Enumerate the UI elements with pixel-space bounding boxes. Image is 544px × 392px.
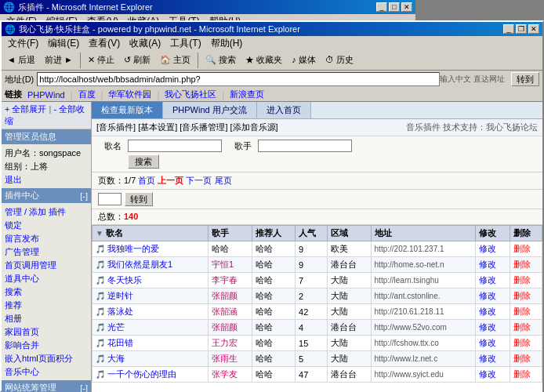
sidebar-logout[interactable]: 退出: [5, 173, 88, 187]
tab-enter-home[interactable]: 进入首页: [257, 102, 311, 118]
tab-phpwind-comm[interactable]: PHPWind 用户交流: [163, 102, 257, 118]
links-baidu[interactable]: 百度: [76, 88, 98, 101]
links-huajun[interactable]: 华军软件园: [106, 88, 154, 101]
refresh-btn[interactable]: ↺ 刷新: [120, 52, 154, 69]
plugin-merge-link[interactable]: 影响合并: [5, 339, 88, 352]
menu2-file[interactable]: 文件(F): [3, 36, 43, 51]
col-popularity[interactable]: 人气: [296, 226, 328, 241]
plugin-ad-link[interactable]: 广告管理: [5, 245, 88, 259]
singer-link[interactable]: 哈哈: [212, 244, 229, 253]
minimize-btn[interactable]: _: [376, 2, 387, 12]
stop-btn[interactable]: ✕ 停止: [84, 52, 118, 69]
restore-btn2[interactable]: ❐: [516, 24, 527, 34]
menu2-fav[interactable]: 收藏(A): [125, 36, 165, 51]
song-input[interactable]: [128, 140, 222, 152]
song-link[interactable]: 大海: [107, 354, 125, 363]
song-link[interactable]: 冬天快乐: [107, 275, 142, 285]
delete-link[interactable]: 删除: [513, 369, 531, 379]
back-btn[interactable]: ◄ 后退: [3, 52, 39, 69]
delete-link[interactable]: 删除: [513, 244, 531, 253]
plugin-search-link[interactable]: 搜索: [5, 285, 88, 299]
sidebar-site-controls[interactable]: [-]: [80, 383, 88, 393]
menu2-help[interactable]: 帮助(H): [206, 36, 248, 51]
delete-link[interactable]: 删除: [513, 307, 531, 316]
menu2-view[interactable]: 查看(V): [84, 36, 125, 51]
page-next[interactable]: 下一页: [186, 176, 212, 185]
page-first[interactable]: 首页: [138, 176, 155, 185]
col-recommender[interactable]: 推荐人: [252, 226, 296, 241]
singer-input[interactable]: [258, 140, 352, 152]
singer-link[interactable]: 张雨生: [212, 354, 238, 363]
plugin-html-link[interactable]: 嵌入html页面积分: [5, 352, 88, 365]
close-btn[interactable]: ✕: [401, 2, 412, 12]
edit-link[interactable]: 修改: [479, 338, 496, 347]
song-link[interactable]: 逆时针: [107, 291, 133, 300]
edit-link[interactable]: 修改: [479, 260, 496, 269]
col-singer[interactable]: 歌手: [209, 226, 252, 241]
jump-input[interactable]: [98, 193, 121, 205]
edit-link[interactable]: 修改: [479, 369, 496, 379]
go-button[interactable]: 转到: [511, 72, 539, 86]
song-link[interactable]: 我们依然是朋友1: [107, 260, 172, 269]
sidebar-plugin-controls[interactable]: [-]: [80, 191, 88, 201]
col-region[interactable]: 区域: [328, 226, 372, 241]
close-btn2[interactable]: ✕: [528, 24, 539, 34]
plugin-homepage-link[interactable]: 首页调用管理: [5, 259, 88, 272]
page-last[interactable]: 尾页: [215, 176, 232, 185]
singer-link[interactable]: 张韶涵: [212, 307, 238, 316]
forward-btn[interactable]: 前进 ►: [41, 52, 77, 69]
delete-link[interactable]: 删除: [513, 260, 531, 269]
minimize-btn2[interactable]: _: [503, 24, 514, 34]
links-xinlang[interactable]: 新浪查页: [227, 88, 267, 101]
edit-link[interactable]: 修改: [479, 354, 496, 363]
delete-link[interactable]: 删除: [513, 291, 531, 300]
browser1-controls[interactable]: _ □ ✕: [376, 2, 412, 12]
delete-link[interactable]: 删除: [513, 354, 531, 363]
edit-link[interactable]: 修改: [479, 322, 496, 332]
favorites-btn[interactable]: ★ 收藏夹: [241, 52, 286, 69]
plugin-music-link[interactable]: 音乐中心: [5, 365, 88, 379]
song-link[interactable]: 我独唯一的爱: [107, 244, 159, 253]
delete-link[interactable]: 删除: [513, 338, 531, 347]
singer-link[interactable]: 张韶颜: [212, 322, 238, 332]
plugin-album-link[interactable]: 相册: [5, 312, 88, 325]
menu2-edit[interactable]: 编辑(E): [43, 36, 84, 51]
song-link[interactable]: 花田错: [107, 338, 133, 347]
song-link[interactable]: 光芒: [107, 322, 125, 332]
search-button[interactable]: 搜索: [128, 154, 159, 169]
media-btn[interactable]: ♪ 媒体: [288, 52, 320, 69]
delete-link[interactable]: 删除: [513, 322, 531, 332]
singer-link[interactable]: 宇恒1: [212, 260, 234, 269]
search-toolbar-btn[interactable]: 🔍 搜索: [201, 52, 240, 69]
singer-link[interactable]: 王力宏: [212, 338, 238, 347]
maximize-btn[interactable]: □: [389, 2, 400, 12]
edit-link[interactable]: 修改: [479, 275, 496, 285]
browser2-controls[interactable]: _ ❐ ✕: [503, 24, 539, 34]
expand-all-link[interactable]: + 全部展开: [5, 104, 46, 114]
menu2-tools[interactable]: 工具(T): [165, 36, 205, 51]
singer-link[interactable]: 李宇春: [212, 275, 238, 285]
edit-link[interactable]: 修改: [479, 291, 496, 300]
song-link[interactable]: 一千个伤心的理由: [107, 369, 176, 379]
jump-button[interactable]: 转到: [125, 192, 153, 206]
home-btn[interactable]: 🏠 主页: [156, 52, 194, 69]
plugin-lock-link[interactable]: 锁定: [5, 219, 88, 232]
song-link[interactable]: 落泳处: [107, 307, 133, 316]
plugin-manage-link[interactable]: 管理 / 添加 插件: [5, 205, 88, 219]
tab-check-version[interactable]: 检查最新版本: [92, 102, 163, 118]
col-url[interactable]: 地址: [371, 226, 476, 241]
links-phpwind[interactable]: PHPWind: [25, 89, 67, 100]
address-input[interactable]: [37, 72, 440, 86]
history-btn[interactable]: ⏱ 历史: [321, 52, 357, 69]
col-song[interactable]: ▼ 歌名: [92, 226, 209, 241]
plugin-tool-link[interactable]: 道具中心: [5, 272, 88, 285]
edit-link[interactable]: 修改: [479, 307, 496, 316]
plugin-garden-link[interactable]: 家园首页: [5, 325, 88, 339]
delete-link[interactable]: 删除: [513, 275, 531, 285]
singer-link[interactable]: 张韶颜: [212, 291, 238, 300]
edit-link[interactable]: 修改: [479, 244, 496, 253]
plugin-recommend-link[interactable]: 推荐: [5, 299, 88, 312]
links-woxin[interactable]: 我心飞扬社区: [162, 88, 219, 101]
singer-link[interactable]: 张学友: [212, 369, 238, 379]
plugin-message-link[interactable]: 留言发布: [5, 232, 88, 245]
